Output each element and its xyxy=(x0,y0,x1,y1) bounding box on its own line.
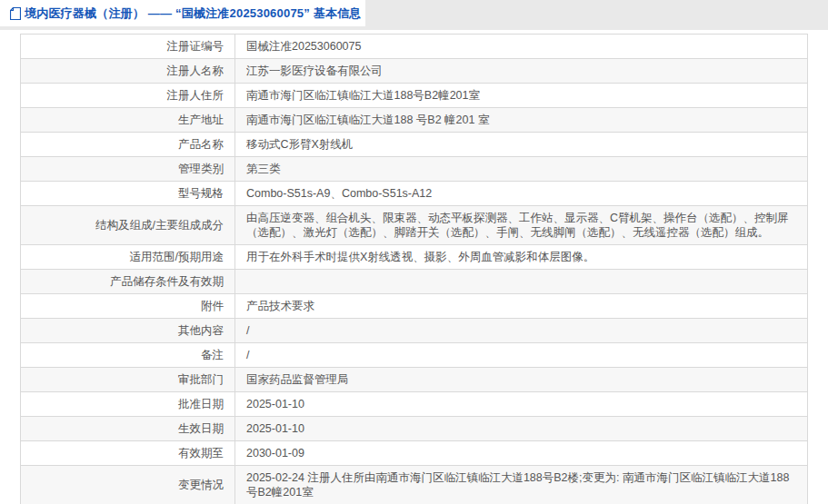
row-value: 2025-02-24 注册人住所由南通市海门区临江镇临江大道188号B2楼;变更… xyxy=(246,471,789,499)
row-label: 备注 xyxy=(201,349,224,361)
row-value: 用于在外科手术时提供X射线透视、摄影、外周血管减影和体层图像。 xyxy=(246,251,594,263)
row-value: / xyxy=(246,349,249,361)
row-label-cell: 注册人住所 xyxy=(21,84,235,108)
row-value-cell: 国家药品监督管理局 xyxy=(235,368,808,392)
row-label-cell: 型号规格 xyxy=(21,182,235,206)
table-row: 适用范围/预期用途 用于在外科手术时提供X射线透视、摄影、外周血管减影和体层图像… xyxy=(21,245,808,270)
row-label: 审批部门 xyxy=(178,373,224,386)
row-value: 移动式C形臂X射线机 xyxy=(246,138,353,151)
row-value-cell: 南通市海门区临江镇临江大道188号B2幢201室 xyxy=(235,84,808,108)
table-row: 产品名称 移动式C形臂X射线机 xyxy=(21,133,808,157)
row-label: 注册人名称 xyxy=(167,64,224,77)
row-label: 产品名称 xyxy=(178,138,224,151)
row-label: 注册人住所 xyxy=(167,89,224,102)
row-label: 附件 xyxy=(201,300,224,312)
document-icon xyxy=(10,7,21,20)
row-value-cell: 移动式C形臂X射线机 xyxy=(235,133,808,157)
row-value-cell: / xyxy=(235,319,808,343)
row-value-cell: 2025-01-10 xyxy=(235,417,808,441)
row-value: 2025-01-10 xyxy=(246,398,304,410)
header-band: 境内医疗器械（注册） —— “国械注准20253060075” 基本信息 xyxy=(0,0,828,30)
row-value: 由高压逆变器、组合机头、限束器、动态平板探测器、工作站、显示器、C臂机架、操作台… xyxy=(246,212,789,239)
row-label-cell: 批准日期 xyxy=(21,392,235,417)
row-label: 生效日期 xyxy=(178,422,224,435)
row-value-cell: 2025-02-24 注册人住所由南通市海门区临江镇临江大道188号B2楼;变更… xyxy=(235,466,808,504)
row-value-cell: / xyxy=(235,343,808,368)
row-label: 型号规格 xyxy=(178,187,224,200)
table-row: 结构及组成/主要组成成分 由高压逆变器、组合机头、限束器、动态平板探测器、工作站… xyxy=(21,206,808,245)
table-row: 生产地址 南通市海门区临江镇临江大道188 号B2 幢201 室 xyxy=(21,108,808,133)
row-label-cell: 产品储存条件及有效期 xyxy=(21,270,235,294)
row-label-cell: 适用范围/预期用途 xyxy=(21,245,235,270)
row-value-cell: 2030-01-09 xyxy=(235,441,808,466)
row-label: 适用范围/预期用途 xyxy=(130,251,224,263)
table-row: 注册人名称 江苏一影医疗设备有限公司 xyxy=(21,59,808,84)
row-label-cell: 有效期至 xyxy=(21,441,235,466)
registration-info-table: 注册证编号 国械注准20253060075 注册人名称 江苏一影医疗设备有限公司 xyxy=(20,34,808,504)
row-label: 产品储存条件及有效期 xyxy=(110,275,224,288)
row-label: 管理类别 xyxy=(178,163,224,175)
table-row: 批准日期 2025-01-10 xyxy=(21,392,808,417)
row-label: 有效期至 xyxy=(178,447,224,460)
table-row: 附件 产品技术要求 xyxy=(21,294,808,319)
row-value-cell: 江苏一影医疗设备有限公司 xyxy=(235,59,808,84)
row-label-cell: 备注 xyxy=(21,343,235,368)
table-row: 产品储存条件及有效期 xyxy=(21,270,808,294)
row-value: 2025-01-10 xyxy=(246,422,304,435)
table-row: 管理类别 第三类 xyxy=(21,157,808,182)
row-label-cell: 注册证编号 xyxy=(21,35,235,59)
row-label: 变更情况 xyxy=(178,479,224,491)
row-value-cell: 产品技术要求 xyxy=(235,294,808,319)
row-value: Combo-S51s-A9、Combo-S51s-A12 xyxy=(246,187,432,200)
main-content: 注册证编号 国械注准20253060075 注册人名称 江苏一影医疗设备有限公司 xyxy=(0,30,828,504)
row-value: 2030-01-09 xyxy=(246,447,304,460)
table-row: 型号规格 Combo-S51s-A9、Combo-S51s-A12 xyxy=(21,182,808,206)
table-row: 注册人住所 南通市海门区临江镇临江大道188号B2幢201室 xyxy=(21,84,808,108)
row-label-cell: 结构及组成/主要组成成分 xyxy=(21,206,235,245)
table-row: 变更情况 2025-02-24 注册人住所由南通市海门区临江镇临江大道188号B… xyxy=(21,466,808,504)
row-label-cell: 审批部门 xyxy=(21,368,235,392)
row-value-cell: 用于在外科手术时提供X射线透视、摄影、外周血管减影和体层图像。 xyxy=(235,245,808,270)
row-value-cell: 第三类 xyxy=(235,157,808,182)
row-value-cell: 由高压逆变器、组合机头、限束器、动态平板探测器、工作站、显示器、C臂机架、操作台… xyxy=(235,206,808,245)
row-label-cell: 生产地址 xyxy=(21,108,235,133)
row-label: 其他内容 xyxy=(178,324,224,337)
row-value-cell xyxy=(235,270,808,294)
table-row: 备注 / xyxy=(21,343,808,368)
row-value: 产品技术要求 xyxy=(246,300,314,312)
row-label-cell: 附件 xyxy=(21,294,235,319)
row-value: 南通市海门区临江镇临江大道188 号B2 幢201 室 xyxy=(246,114,489,126)
row-label: 注册证编号 xyxy=(167,40,224,53)
row-value: / xyxy=(246,324,249,337)
row-label-cell: 其他内容 xyxy=(21,319,235,343)
table-row: 其他内容 / xyxy=(21,319,808,343)
row-value: 江苏一影医疗设备有限公司 xyxy=(246,64,383,77)
table-row: 有效期至 2030-01-09 xyxy=(21,441,808,466)
table-row: 生效日期 2025-01-10 xyxy=(21,417,808,441)
row-value-cell: 南通市海门区临江镇临江大道188 号B2 幢201 室 xyxy=(235,108,808,133)
table-row: 注册证编号 国械注准20253060075 xyxy=(21,35,808,59)
row-label-cell: 注册人名称 xyxy=(21,59,235,84)
row-label: 生产地址 xyxy=(178,114,224,126)
row-label-cell: 产品名称 xyxy=(21,133,235,157)
table-row: 审批部门 国家药品监督管理局 xyxy=(21,368,808,392)
row-value-cell: 2025-01-10 xyxy=(235,392,808,417)
row-value: 南通市海门区临江镇临江大道188号B2幢201室 xyxy=(246,89,480,102)
row-value-cell: Combo-S51s-A9、Combo-S51s-A12 xyxy=(235,182,808,206)
title-box: 境内医疗器械（注册） —— “国械注准20253060075” 基本信息 xyxy=(0,0,365,26)
page-title: 境内医疗器械（注册） —— “国械注准20253060075” 基本信息 xyxy=(25,5,362,22)
row-value: 第三类 xyxy=(246,163,281,175)
row-label-cell: 生效日期 xyxy=(21,417,235,441)
row-value: 国械注准20253060075 xyxy=(246,40,361,53)
row-label: 批准日期 xyxy=(178,398,224,410)
row-label-cell: 变更情况 xyxy=(21,466,235,504)
row-value-cell: 国械注准20253060075 xyxy=(235,35,808,59)
row-label: 结构及组成/主要组成成分 xyxy=(95,219,224,232)
row-value: 国家药品监督管理局 xyxy=(246,373,349,386)
row-label-cell: 管理类别 xyxy=(21,157,235,182)
